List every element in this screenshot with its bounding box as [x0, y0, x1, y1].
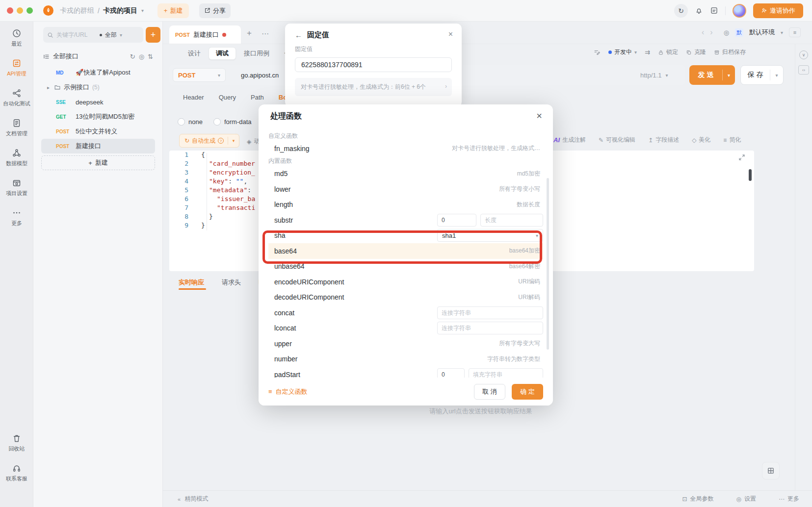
project-chevron-down-icon[interactable]: ▾	[141, 8, 144, 13]
nav-item-trash[interactable]: 回收站	[0, 433, 33, 453]
env-manage-icon[interactable]: ≡	[789, 27, 801, 37]
api-list-item[interactable]: MD🚀快速了解Apipost	[41, 65, 155, 80]
back-arrow-icon[interactable]: ←	[295, 31, 302, 39]
nav-item-clock[interactable]: 最近	[0, 28, 33, 48]
response-tab-实时响应[interactable]: 实时响应	[179, 278, 204, 287]
send-chevron-down-icon[interactable]: ▾	[723, 73, 735, 78]
search-input[interactable]	[56, 31, 97, 38]
ai-tool-1[interactable]: ✎可视化编辑	[599, 136, 635, 144]
response-tab-请求头[interactable]: 请求头	[222, 278, 241, 287]
avatar[interactable]	[733, 4, 746, 18]
statusbar-0[interactable]: ⊡全局参数	[682, 495, 713, 503]
function-arg-input[interactable]	[480, 214, 543, 227]
ai-tool-2[interactable]: ↥字段描述	[648, 136, 679, 144]
method-select[interactable]: POST ▾	[173, 68, 226, 82]
function-row-decodeURIComponent[interactable]: decodeURIComponentURI解码	[268, 290, 543, 305]
function-row-lconcat[interactable]: lconcat	[268, 321, 543, 336]
function-arg-input[interactable]	[437, 368, 465, 378]
nav-item-docs[interactable]: 文档管理	[0, 118, 33, 137]
http-version-select[interactable]: http/1.1 ▾	[640, 72, 668, 79]
nav-item-model[interactable]: 数据模型	[0, 148, 33, 167]
body-tab-header[interactable]: Header	[183, 94, 204, 101]
ai-tool-3[interactable]: ◇美化	[692, 136, 710, 144]
new-tab-button[interactable]: +	[247, 28, 252, 38]
window-close-button[interactable]	[7, 7, 13, 14]
function-row-encodeURIComponent[interactable]: encodeURIComponentURI编码	[268, 274, 543, 290]
nav-item-project[interactable]: 项目设置	[0, 178, 33, 197]
new-button[interactable]: +新建	[157, 3, 189, 18]
lock-button[interactable]: 锁定	[658, 48, 678, 56]
function-arg-input[interactable]	[437, 322, 543, 334]
api-list-item[interactable]: POST5位中文并转义	[41, 124, 155, 139]
clone-button[interactable]: 克隆	[686, 48, 706, 56]
ai-tool-0[interactable]: AI生成注解	[553, 136, 586, 144]
filter-all-label[interactable]: 全部	[105, 31, 117, 39]
share-button[interactable]: 分享	[199, 3, 231, 18]
chevron-right-icon[interactable]: ▸	[47, 85, 54, 90]
fixed-value-input[interactable]	[295, 57, 452, 72]
sync-button[interactable]: ↻	[674, 4, 688, 18]
auto-generate-button[interactable]: ↻ 自动生成 ? ▾	[179, 134, 239, 148]
expand-editor-icon[interactable]	[738, 154, 745, 161]
code-snippet-icon[interactable]: ‹›	[798, 65, 809, 75]
close-icon[interactable]: ×	[536, 110, 542, 122]
mode-tab-调试[interactable]: 调试	[209, 47, 236, 60]
api-list-item[interactable]: ▸示例接口(5)	[41, 80, 155, 95]
version-icon[interactable]: ∨	[799, 51, 808, 59]
env-target-icon[interactable]: ◎	[724, 29, 729, 36]
function-row-upper[interactable]: upper所有字母变大写	[268, 336, 543, 352]
env-name[interactable]: 默认环境	[749, 28, 775, 37]
cancel-button[interactable]: 取 消	[474, 384, 505, 400]
function-arg-input[interactable]	[437, 214, 476, 227]
refresh-icon[interactable]: ↻	[130, 53, 135, 60]
statusbar-2[interactable]: ⋯更多	[779, 495, 799, 503]
body-type-none[interactable]: none	[178, 118, 203, 126]
api-search[interactable]: 全部 ▾	[43, 27, 143, 43]
save-chevron-down-icon[interactable]: ▾	[770, 73, 783, 78]
body-type-form-data[interactable]: form-data	[213, 118, 252, 126]
api-list-item[interactable]: POST新建接口	[41, 139, 155, 153]
env-chevron-down-icon[interactable]: ▾	[781, 30, 783, 35]
new-api-button[interactable]: +新建	[41, 155, 155, 170]
api-section-row[interactable]: 全部接口 ↻ ◎ ⇅	[43, 50, 153, 63]
nav-item-support[interactable]: 联系客服	[0, 463, 33, 482]
function-row-fn_masking[interactable]: fn_masking对卡号进行脱敏处理，生成格式…	[268, 141, 543, 156]
custom-function-link[interactable]: ≡ 自定义函数	[268, 387, 308, 396]
nav-back-icon[interactable]: ‹	[702, 28, 704, 37]
function-summary-box[interactable]: 对卡号进行脱敏处理，生成格式为：前6位 + 6个 ›	[295, 78, 452, 96]
add-api-button[interactable]: +	[146, 27, 160, 43]
mode-tab-设计[interactable]: 设计	[181, 47, 208, 60]
compact-mode-button[interactable]: « 精简模式	[178, 495, 208, 503]
function-row-unbase64[interactable]: unbase64base64解密	[268, 259, 543, 275]
api-list-item[interactable]: SSEdeepseek	[41, 95, 155, 109]
notifications-bell-icon[interactable]	[695, 6, 703, 15]
body-tab-query[interactable]: Query	[219, 94, 236, 101]
request-tab[interactable]: POST 新建接口	[169, 25, 241, 44]
ai-tool-4[interactable]: ≡简化	[723, 136, 741, 144]
run-flow-icon[interactable]: ⇉	[645, 49, 650, 56]
body-tab-path[interactable]: Path	[251, 94, 264, 101]
function-row-number[interactable]: number字符串转为数字类型	[268, 352, 543, 367]
filter-chevron-down-icon[interactable]: ▾	[120, 32, 122, 38]
save-button[interactable]: 保 存 ▾	[740, 65, 784, 85]
function-row-concat[interactable]: concat	[268, 305, 543, 321]
url-input[interactable]: go.apipost.cn	[241, 72, 279, 79]
breadcrumb-group[interactable]: 卡戎的群组	[60, 6, 94, 15]
function-arg-input[interactable]	[437, 306, 543, 319]
generate-chevron-down-icon[interactable]: ▾	[228, 138, 239, 143]
editor-scrollbar-thumb[interactable]	[749, 169, 752, 181]
window-minimize-button[interactable]	[17, 7, 23, 14]
function-row-md5[interactable]: md5md5加密	[268, 166, 543, 182]
function-row-substr[interactable]: substr	[268, 212, 543, 228]
window-zoom-button[interactable]	[26, 7, 33, 14]
function-select[interactable]: sha1▾	[437, 229, 543, 242]
send-button[interactable]: 发 送 ▾	[689, 65, 735, 85]
locate-icon[interactable]: ◎	[139, 53, 144, 60]
layout-toggle-button[interactable]	[762, 462, 780, 480]
function-arg-input[interactable]	[469, 368, 543, 378]
modal-scrollbar-thumb[interactable]	[547, 178, 549, 350]
confirm-button[interactable]: 确 定	[512, 384, 543, 400]
api-list-item[interactable]: GET13位时间戳MD5加密	[41, 109, 155, 124]
function-row-lower[interactable]: lower所有字母变小写	[268, 181, 543, 197]
edit-note-icon[interactable]	[594, 49, 601, 56]
